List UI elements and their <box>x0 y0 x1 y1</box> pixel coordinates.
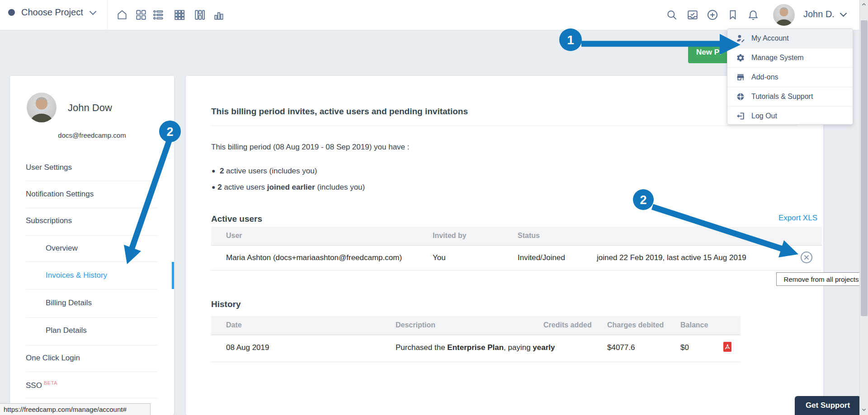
bullet-dot: ● <box>212 167 215 174</box>
menu-item-label: Log Out <box>751 112 777 120</box>
column-header-date: Date <box>226 321 242 329</box>
column-header-credits-added: Credits added <box>543 321 592 329</box>
scroll-up-icon[interactable] <box>862 2 866 7</box>
topbar-divider <box>107 0 108 30</box>
step1-badge <box>559 28 582 51</box>
add-icon[interactable] <box>707 9 718 21</box>
home-icon[interactable] <box>116 9 128 21</box>
menu-item-add-ons[interactable]: Add-ons <box>727 67 853 87</box>
sidebar-item-plan-details[interactable]: Plan Details <box>46 326 87 335</box>
manage-system-gear-icon <box>736 53 745 62</box>
cell-charges-debited: $4077.6 <box>607 343 635 352</box>
active-users-table-header: User Invited by Status <box>211 227 822 246</box>
title-divider <box>211 126 797 126</box>
column-header-description: Description <box>396 321 435 329</box>
top-bar: Choose Project John D. <box>0 0 859 30</box>
column-header-invited-by: Invited by <box>433 232 467 240</box>
reports-icon[interactable] <box>213 9 225 21</box>
column-header-user: User <box>226 232 242 240</box>
sidebar-user-name: John Dow <box>68 102 112 114</box>
active-item-indicator <box>172 262 174 289</box>
boards-icon[interactable] <box>194 9 206 21</box>
tutorials-support-icon <box>736 92 745 101</box>
column-header-charges-debited: Charges debited <box>607 321 664 329</box>
sidebar-divider <box>26 317 157 318</box>
user-dropdown-menu: My Account Manage System Add-ons Tutoria… <box>727 28 853 125</box>
menu-item-manage-system[interactable]: Manage System <box>727 48 853 67</box>
step1-badge-number: 1 <box>567 33 574 47</box>
inbox-check-icon[interactable] <box>687 9 698 21</box>
menu-item-label: Add-ons <box>751 73 778 81</box>
new-project-label: New Pr <box>688 48 722 57</box>
sidebar-item-overview[interactable]: Overview <box>46 244 78 253</box>
sidebar-divider <box>26 345 157 345</box>
description-billing-cycle: yearly <box>533 343 555 352</box>
menu-item-tutorials-support[interactable]: Tutorials & Support <box>727 87 853 106</box>
sidebar-item-billing-details[interactable]: Billing Details <box>46 298 92 308</box>
description-plan-name: Enterprise Plan <box>447 343 504 352</box>
user-menu-trigger[interactable]: John D. <box>803 9 846 19</box>
sidebar-divider <box>26 235 157 236</box>
description-text: Purchased the <box>396 343 447 352</box>
column-header-status: Status <box>518 232 540 240</box>
cell-invited-by: You <box>433 253 446 262</box>
user-name-label: John D. <box>803 9 835 19</box>
my-account-icon <box>736 34 745 43</box>
project-selector[interactable]: Choose Project <box>8 7 95 18</box>
avatar-photo <box>773 4 795 26</box>
project-dot-icon <box>8 9 15 16</box>
project-selector-label: Choose Project <box>21 7 83 18</box>
cell-balance: $0 <box>680 343 689 352</box>
bullet-dot: ● <box>212 183 215 191</box>
menu-item-my-account[interactable]: My Account <box>727 29 853 48</box>
bookmark-icon[interactable] <box>727 9 739 21</box>
remove-user-icon[interactable] <box>800 251 813 264</box>
cell-user: Maria Ashton (docs+mariaashton@freedcamp… <box>226 253 402 262</box>
page-scrollbar[interactable] <box>859 0 868 415</box>
history-table-header: Date Description Credits added Charges d… <box>211 316 741 335</box>
export-xls-link[interactable]: Export XLS <box>778 214 817 223</box>
menu-item-log-out[interactable]: Log Out <box>727 106 853 126</box>
dashboard-icon[interactable] <box>135 9 147 21</box>
sidebar-item-subscriptions[interactable]: Subscriptions <box>26 216 72 225</box>
bullet-text: active users (includes you) <box>224 167 317 175</box>
bullet-bold-text: joined earlier <box>267 183 315 191</box>
menu-item-label: Manage System <box>751 54 804 62</box>
beta-badge: BETA <box>44 380 57 386</box>
get-support-button[interactable]: Get Support <box>795 396 861 415</box>
notifications-bell-icon[interactable] <box>747 9 759 21</box>
bullet-active-users: ● 2 active users (includes you) <box>212 167 317 176</box>
sidebar-divider <box>26 181 157 181</box>
sidebar-item-notification-settings[interactable]: Notification Settings <box>26 190 94 199</box>
browser-status-url: https://freedcamp.com/manage/account# <box>0 403 151 415</box>
billing-period-intro: This billing period (08 Aug 2019 - 08 Se… <box>211 143 410 152</box>
log-out-icon <box>736 112 745 121</box>
user-avatar[interactable] <box>773 4 795 26</box>
invoice-pdf-icon[interactable] <box>723 342 731 352</box>
description-text: , paying <box>504 343 533 352</box>
sidebar-divider <box>26 208 157 208</box>
app-window: Choose Project John D. <box>0 0 868 415</box>
scrollbar-thumb[interactable] <box>861 20 868 316</box>
cell-status: Invited/Joined <box>518 253 565 262</box>
chevron-down-icon <box>840 10 847 17</box>
sidebar-item-invoices-history[interactable]: Invoices & History <box>46 271 107 280</box>
bullet-text: active users <box>222 183 267 191</box>
sidebar-item-one-click-login[interactable]: One Click Login <box>26 354 80 363</box>
avatar-photo <box>27 93 57 122</box>
sidebar-item-user-settings[interactable]: User Settings <box>26 163 72 172</box>
bullet-count: 2 <box>220 167 224 175</box>
sso-label: SSO <box>26 381 42 390</box>
row-divider <box>211 362 741 362</box>
menu-item-label: Tutorials & Support <box>751 93 813 101</box>
search-icon[interactable] <box>666 9 678 21</box>
cell-activity: joined 22 Feb 2019, last active 15 Aug 2… <box>597 253 746 262</box>
sidebar-item-sso[interactable]: SSOBETA <box>26 380 57 390</box>
grid-icon[interactable] <box>174 9 185 21</box>
sidebar-user-email: docs@freedcamp.com <box>10 131 174 139</box>
history-heading: History <box>211 299 241 309</box>
scroll-down-icon[interactable] <box>862 407 866 412</box>
tasks-list-icon[interactable] <box>152 9 164 21</box>
cell-description: Purchased the Enterprise Plan, paying ye… <box>396 343 555 352</box>
sidebar-divider <box>26 398 157 398</box>
